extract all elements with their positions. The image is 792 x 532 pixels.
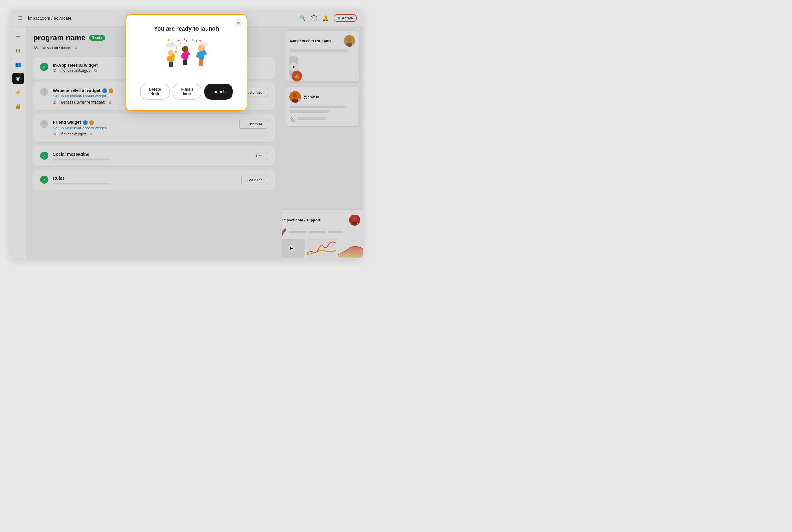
- svg-rect-21: [167, 56, 169, 61]
- svg-rect-14: [178, 40, 180, 41]
- svg-rect-11: [199, 40, 201, 42]
- celebration-svg: [155, 38, 218, 75]
- modal-close-button[interactable]: ✕: [234, 19, 243, 27]
- svg-point-16: [166, 43, 173, 48]
- svg-rect-32: [185, 60, 187, 65]
- svg-point-26: [174, 50, 177, 53]
- svg-rect-37: [198, 60, 201, 66]
- svg-point-41: [196, 40, 197, 42]
- svg-rect-9: [167, 39, 169, 41]
- finish-later-button[interactable]: Finish later: [173, 83, 201, 100]
- svg-rect-24: [171, 62, 173, 68]
- launch-modal: ✕ You are ready to launch: [126, 15, 247, 111]
- modal-overlay: ✕ You are ready to launch: [10, 10, 363, 259]
- svg-rect-31: [183, 60, 185, 65]
- modal-illustration: [155, 38, 218, 75]
- launch-button[interactable]: Launch: [204, 83, 233, 100]
- svg-point-39: [186, 40, 187, 42]
- modal-actions: Delete draft Finish later Launch: [140, 83, 233, 100]
- app-window: ☰ impact.com / advocate 🔍 💬 🔔 Active ☰ ⊞: [10, 10, 363, 259]
- modal-title: You are ready to launch: [140, 25, 233, 32]
- svg-point-42: [176, 48, 177, 49]
- delete-draft-button[interactable]: Delete draft: [140, 83, 170, 100]
- svg-rect-23: [169, 62, 171, 68]
- svg-rect-38: [201, 60, 204, 66]
- svg-rect-10: [183, 38, 185, 40]
- svg-point-40: [180, 42, 181, 44]
- svg-rect-13: [192, 39, 194, 41]
